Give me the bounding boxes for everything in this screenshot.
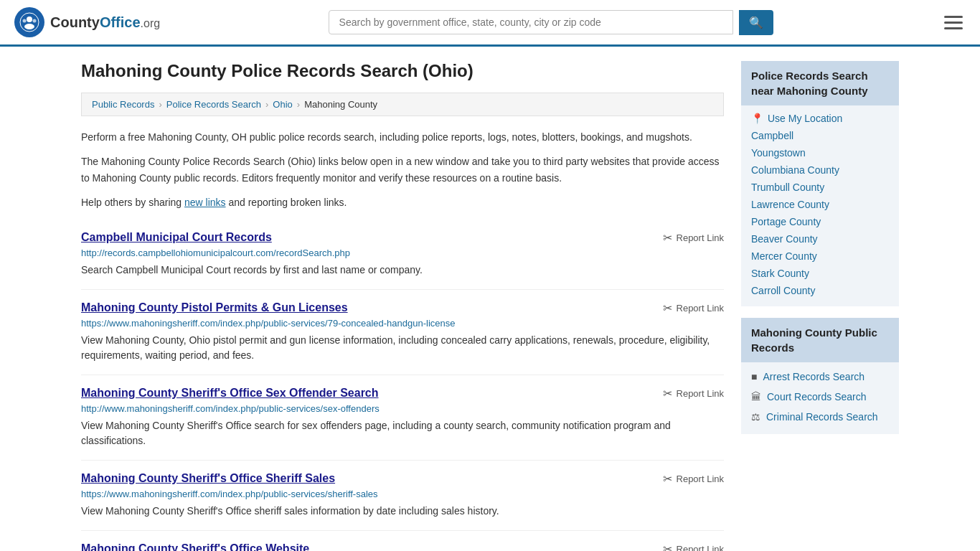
nearby-section: Police Records Search near Mahoning Coun… xyxy=(741,61,899,306)
menu-icon-line1 xyxy=(944,16,963,18)
public-records-list: ■ Arrest Records Search 🏛 Court Records … xyxy=(741,362,899,434)
description-1: Perform a free Mahoning County, OH publi… xyxy=(81,129,724,145)
search-button[interactable]: 🔍 xyxy=(739,10,773,35)
new-links-link[interactable]: new links xyxy=(184,197,226,208)
sidebar-use-my-location[interactable]: 📍 Use My Location xyxy=(751,111,889,126)
sidebar-item-youngstown[interactable]: Youngstown xyxy=(751,146,889,160)
search-area: 🔍 xyxy=(329,10,773,35)
sidebar-item-carroll[interactable]: Carroll County xyxy=(751,283,889,298)
public-records-section: Mahoning County Public Records ■ Arrest … xyxy=(741,318,899,434)
report-link-button[interactable]: ✂ Report Link xyxy=(663,472,724,486)
result-desc: View Mahoning County Sheriff's Office sh… xyxy=(81,504,724,519)
result-url[interactable]: http://www.mahoningsheriff.com/index.php… xyxy=(81,403,724,414)
menu-icon-line2 xyxy=(944,22,963,24)
search-icon: 🔍 xyxy=(749,17,763,29)
sidebar-item-stark[interactable]: Stark County xyxy=(751,266,889,281)
sidebar-item-beaver[interactable]: Beaver County xyxy=(751,232,889,246)
svg-point-4 xyxy=(33,19,37,23)
public-records-arrest: ■ Arrest Records Search xyxy=(751,368,889,385)
nearby-header: Police Records Search near Mahoning Coun… xyxy=(741,61,899,105)
site-header: CountyOffice.org 🔍 xyxy=(0,0,980,47)
arrest-icon: ■ xyxy=(751,371,757,382)
report-link-button[interactable]: ✂ Report Link xyxy=(663,231,724,245)
result-url[interactable]: https://www.mahoningsheriff.com/index.ph… xyxy=(81,318,724,329)
sidebar-item-columbiana[interactable]: Columbiana County xyxy=(751,163,889,177)
result-desc: View Mahoning County Sheriff's Office se… xyxy=(81,418,724,448)
sidebar-item-mercer[interactable]: Mercer County xyxy=(751,249,889,263)
result-url[interactable]: https://www.mahoningsheriff.com/index.ph… xyxy=(81,489,724,499)
report-link-label: Report Link xyxy=(677,544,724,551)
court-records-link[interactable]: Court Records Search xyxy=(767,390,867,404)
main-container: Mahoning County Police Records Search (O… xyxy=(67,47,913,551)
results-list: Campbell Municipal Court Records ✂ Repor… xyxy=(81,220,724,551)
result-item: Mahoning County Sheriff's Office Sheriff… xyxy=(81,461,724,531)
report-icon: ✂ xyxy=(663,542,672,551)
report-link-label: Report Link xyxy=(677,303,724,314)
report-icon: ✂ xyxy=(663,231,672,245)
result-url[interactable]: http://records.campbellohiomunicipalcour… xyxy=(81,248,724,258)
result-item: Mahoning County Pistol Permits & Gun Lic… xyxy=(81,290,724,375)
menu-icon-line3 xyxy=(944,27,963,29)
result-item: Mahoning County Sheriff's Office Website… xyxy=(81,531,724,551)
desc3-post: and reporting broken links. xyxy=(226,197,347,208)
criminal-records-link[interactable]: Criminal Records Search xyxy=(766,410,878,424)
report-icon: ✂ xyxy=(663,472,672,486)
court-icon: 🏛 xyxy=(751,391,761,402)
location-pin-icon: 📍 xyxy=(751,113,763,124)
logo-area: CountyOffice.org xyxy=(14,7,160,37)
report-link-label: Report Link xyxy=(677,232,724,243)
breadcrumb-police-records-search[interactable]: Police Records Search xyxy=(166,99,261,110)
sidebar-item-portage[interactable]: Portage County xyxy=(751,215,889,229)
svg-point-1 xyxy=(27,17,32,22)
sidebar-item-trumbull[interactable]: Trumbull County xyxy=(751,180,889,194)
breadcrumb-sep-1: › xyxy=(159,99,161,110)
report-link-button[interactable]: ✂ Report Link xyxy=(663,387,724,400)
sidebar-item-campbell[interactable]: Campbell xyxy=(751,128,889,143)
breadcrumb-public-records[interactable]: Public Records xyxy=(92,99,154,110)
report-link-button[interactable]: ✂ Report Link xyxy=(663,301,724,315)
breadcrumb-mahoning: Mahoning County xyxy=(304,99,377,110)
result-title[interactable]: Campbell Municipal Court Records xyxy=(81,231,272,244)
arrest-records-link[interactable]: Arrest Records Search xyxy=(763,369,864,384)
page-title: Mahoning County Police Records Search (O… xyxy=(81,61,724,81)
result-title[interactable]: Mahoning County Sheriff's Office Sheriff… xyxy=(81,472,335,485)
public-records-court: 🏛 Court Records Search xyxy=(751,388,889,405)
report-link-label: Report Link xyxy=(677,474,724,484)
svg-point-2 xyxy=(24,24,34,29)
result-desc: Search Campbell Municipal Court records … xyxy=(81,263,724,278)
search-input[interactable] xyxy=(329,10,733,34)
result-item: Campbell Municipal Court Records ✂ Repor… xyxy=(81,220,724,290)
public-records-criminal: ⚖ Criminal Records Search xyxy=(751,408,889,425)
desc3-pre: Help others by sharing xyxy=(81,197,184,208)
svg-point-3 xyxy=(23,19,27,23)
breadcrumb-ohio[interactable]: Ohio xyxy=(273,99,292,110)
breadcrumb-sep-2: › xyxy=(265,99,268,110)
result-title[interactable]: Mahoning County Sheriff's Office Website xyxy=(81,542,309,551)
logo-icon xyxy=(14,7,44,37)
menu-button[interactable] xyxy=(941,13,966,32)
sidebar-item-lawrence[interactable]: Lawrence County xyxy=(751,197,889,212)
description-3: Help others by sharing new links and rep… xyxy=(81,194,724,210)
report-icon: ✂ xyxy=(663,301,672,315)
public-records-header: Mahoning County Public Records xyxy=(741,318,899,362)
result-desc: View Mahoning County, Ohio pistol permit… xyxy=(81,333,724,363)
sidebar: Police Records Search near Mahoning Coun… xyxy=(741,61,899,551)
report-icon: ✂ xyxy=(663,387,672,400)
report-link-button[interactable]: ✂ Report Link xyxy=(663,542,724,551)
result-title[interactable]: Mahoning County Pistol Permits & Gun Lic… xyxy=(81,301,348,314)
result-item: Mahoning County Sheriff's Office Sex Off… xyxy=(81,375,724,461)
breadcrumb: Public Records › Police Records Search ›… xyxy=(81,93,724,116)
result-title[interactable]: Mahoning County Sheriff's Office Sex Off… xyxy=(81,387,379,400)
use-my-location-label: Use My Location xyxy=(768,113,842,124)
logo-text: CountyOffice.org xyxy=(50,14,160,31)
breadcrumb-sep-3: › xyxy=(297,99,300,110)
description-2: The Mahoning County Police Records Searc… xyxy=(81,154,724,186)
criminal-icon: ⚖ xyxy=(751,411,760,423)
report-link-label: Report Link xyxy=(677,388,724,399)
nearby-list: 📍 Use My Location Campbell Youngstown Co… xyxy=(741,105,899,306)
content-area: Mahoning County Police Records Search (O… xyxy=(81,61,724,551)
